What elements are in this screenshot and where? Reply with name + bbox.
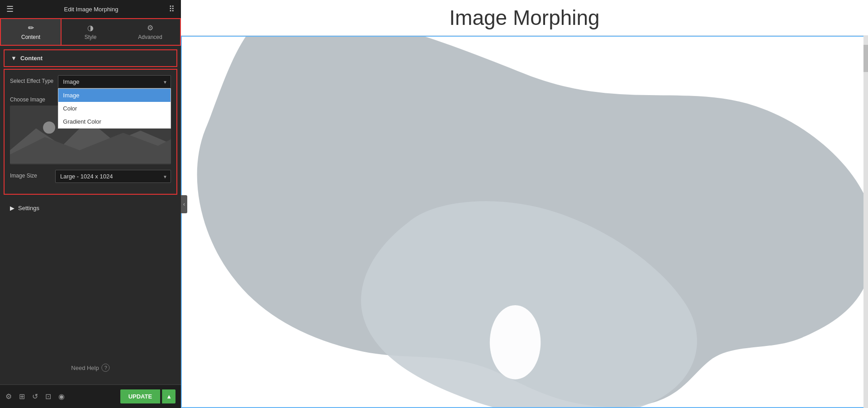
bottom-toolbar: ⚙ ⊞ ↺ ⊡ ◉ UPDATE ▲ [0,384,181,408]
gear-icon: ⚙ [147,24,153,32]
settings-section-header[interactable]: ▶ Settings [4,200,177,216]
collapse-icon: ‹ [183,201,185,207]
content-section-header[interactable]: ▼ Content [4,49,177,67]
canvas-area [181,36,868,408]
panel-header-title: Edit Image Morphing [64,6,119,13]
style-icon: ◑ [87,24,94,32]
tab-content[interactable]: ✏ Content [0,18,62,46]
layers-toolbar-icon[interactable]: ⊞ [19,392,25,401]
morphing-blob-svg [182,37,867,407]
collapse-handle[interactable]: ‹ [181,195,187,213]
canvas-border [181,36,868,408]
image-size-control: Large - 1024 x 1024 ▼ [55,170,171,183]
right-scrollbar[interactable] [863,36,868,408]
page-title: Image Morphing [190,5,859,30]
panel-header: ☰ Edit Image Morphing ⠿ [0,0,181,18]
dropdown-item-gradient[interactable]: Gradient Color [58,115,171,128]
tab-style-label: Style [85,34,97,40]
effect-type-select[interactable]: Image Color Gradient Color [58,75,171,88]
dropdown-item-image[interactable]: Image [58,89,171,102]
image-size-label: Image Size [10,170,51,179]
toolbar-icons: ⚙ ⊞ ↺ ⊡ ◉ [5,392,65,401]
menu-icon[interactable]: ☰ [6,4,14,14]
history-toolbar-icon[interactable]: ↺ [32,392,38,401]
left-panel: ☰ Edit Image Morphing ⠿ ✏ Content ◑ Styl… [0,0,181,408]
tab-content-label: Content [21,34,40,40]
grid-icon[interactable]: ⠿ [169,4,175,14]
effect-type-control: Image Color Gradient Color ▼ Image Color… [58,75,171,88]
right-area: Image Morphing [181,0,868,408]
pencil-icon: ✏ [28,24,34,32]
settings-toolbar-icon[interactable]: ⚙ [5,392,12,401]
responsive-toolbar-icon[interactable]: ⊡ [45,392,51,401]
chevron-right-icon: ▶ [10,205,14,211]
image-size-select-wrapper: Large - 1024 x 1024 ▼ [55,170,171,183]
effect-type-row: Select Effect Type Image Color Gradient … [10,75,171,88]
need-help-label: Need Help [71,365,99,371]
image-size-row: Image Size Large - 1024 x 1024 ▼ [10,170,171,183]
update-arrow-button[interactable]: ▲ [162,389,175,403]
scrollbar-thumb [863,45,868,72]
preview-toolbar-icon[interactable]: ◉ [58,392,65,401]
tab-advanced-label: Advanced [138,34,162,40]
settings-section-label: Settings [18,205,39,211]
content-section-label: Content [20,55,43,62]
help-icon: ? [102,364,110,372]
update-button[interactable]: UPDATE [120,389,160,403]
tabs-row: ✏ Content ◑ Style ⚙ Advanced [0,18,181,46]
svg-point-2 [490,305,541,379]
tab-advanced[interactable]: ⚙ Advanced [120,19,180,45]
image-size-select[interactable]: Large - 1024 x 1024 [55,170,171,183]
effect-type-label: Select Effect Type [10,75,53,84]
choose-image-label: Choose Image [10,94,51,103]
content-fields: Select Effect Type Image Color Gradient … [4,69,177,195]
svg-point-1 [43,121,55,134]
need-help[interactable]: Need Help ? [71,364,109,372]
dropdown-item-color[interactable]: Color [58,102,171,115]
toolbar-right: UPDATE ▲ [120,389,175,403]
effect-type-select-wrapper: Image Color Gradient Color ▼ [58,75,171,88]
page-title-bar: Image Morphing [181,0,868,36]
chevron-down-icon: ▼ [11,55,17,62]
tab-style[interactable]: ◑ Style [61,19,120,45]
effect-type-dropdown: Image Color Gradient Color [58,88,171,129]
